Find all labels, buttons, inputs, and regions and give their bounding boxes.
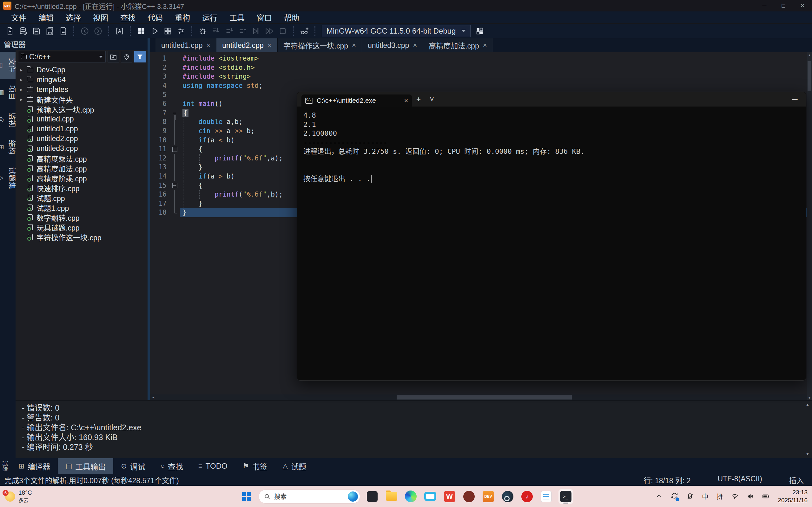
tree-item[interactable]: untitled2.cpp <box>15 134 148 144</box>
fold-gutter[interactable] <box>170 117 180 126</box>
code-line[interactable]: 2#include <stdio.h> <box>150 63 812 72</box>
taskbar-icon-terminal[interactable]: >_ <box>558 489 573 504</box>
tree-item[interactable]: ▸Dev-Cpp <box>15 65 148 75</box>
console-tab-close-icon[interactable]: × <box>404 97 408 104</box>
tree-item[interactable]: ▸mingw64 <box>15 75 148 84</box>
tree-item[interactable]: 高精度乘法.cpp <box>15 154 148 163</box>
fold-toggle-icon[interactable] <box>170 108 180 118</box>
add-watch-button[interactable] <box>298 25 311 38</box>
menu-item-0[interactable]: 文件 <box>5 11 32 23</box>
hscroll-track[interactable] <box>156 394 806 400</box>
sidebar-tab-项目[interactable]: 项目▤ <box>0 79 15 106</box>
ime-lang-indicator[interactable]: 中 <box>702 492 708 501</box>
fold-toggle-icon[interactable] <box>170 181 180 190</box>
tab-close-icon[interactable]: × <box>352 41 356 50</box>
fold-gutter[interactable] <box>170 154 180 163</box>
battery-icon[interactable] <box>762 493 769 500</box>
console-new-tab-button[interactable]: + <box>412 92 425 107</box>
fold-toggle-icon[interactable] <box>170 145 180 154</box>
scroll-down-icon[interactable]: ▼ <box>807 395 812 400</box>
close-file-button[interactable] <box>56 25 70 38</box>
taskbar-icon-app-maroon[interactable] <box>462 489 476 504</box>
back-button[interactable] <box>78 25 91 38</box>
locate-file-button[interactable] <box>121 51 132 62</box>
bottom-tab-调试[interactable]: ⊙调试 <box>113 458 153 474</box>
fold-gutter[interactable] <box>170 135 180 145</box>
tab-close-icon[interactable]: × <box>483 41 487 50</box>
compile-button[interactable] <box>135 25 148 38</box>
reformat-button[interactable] <box>113 25 126 38</box>
stop-button[interactable] <box>276 25 289 38</box>
fold-gutter[interactable] <box>170 199 180 208</box>
taskbar-icon-wps[interactable]: W <box>442 489 457 504</box>
tab-close-icon[interactable]: × <box>413 41 417 50</box>
menu-item-2[interactable]: 选择 <box>60 11 87 23</box>
fold-gutter[interactable] <box>170 163 180 172</box>
taskbar-icon-bilibili[interactable] <box>423 489 438 504</box>
taskbar-clock[interactable]: 23:13 2025/11/16 <box>778 489 808 504</box>
tree-item[interactable]: untitled1.cpp <box>15 124 148 134</box>
menu-item-9[interactable]: 窗口 <box>251 11 278 23</box>
sidebar-tab-监视[interactable]: 监视◎ <box>0 106 15 133</box>
tree-item[interactable]: 玩具谜题.cpp <box>15 222 148 232</box>
taskbar-icon-redpanda-dev[interactable]: DEV <box>481 489 496 504</box>
open-file-button[interactable] <box>16 25 30 38</box>
console-tab[interactable]: C:\ C:\c++\untitled2.exe × <box>301 95 412 107</box>
editor-horizontal-scrollbar[interactable]: ◂ ▸ <box>150 394 812 400</box>
bottom-tab-TODO[interactable]: ≡TODO <box>191 458 235 474</box>
mouse-disabled-icon[interactable] <box>687 493 694 500</box>
output-scrollbar[interactable]: ▲ ▼ <box>803 400 812 458</box>
menu-item-7[interactable]: 运行 <box>196 11 223 23</box>
scroll-up-icon[interactable]: ▲ <box>807 52 812 57</box>
taskbar-search[interactable]: 搜索 <box>259 490 360 504</box>
step-out-button[interactable] <box>236 25 249 38</box>
menu-item-4[interactable]: 查找 <box>114 11 142 23</box>
panel-splitter[interactable] <box>148 38 150 400</box>
tree-item[interactable]: 数字翻转.cpp <box>15 213 148 222</box>
taskbar-icon-app-dark[interactable] <box>365 489 379 504</box>
wifi-icon[interactable] <box>731 493 739 500</box>
step-into-button[interactable] <box>223 25 236 38</box>
tree-item[interactable]: untitled3.cpp <box>15 144 148 154</box>
code-line[interactable]: 4using namespace std; <box>150 81 812 90</box>
view-layout-button[interactable] <box>473 25 487 38</box>
tree-item[interactable]: 试题1.cpp <box>15 203 148 213</box>
console-minimize-button[interactable]: ─ <box>784 92 806 107</box>
console-window[interactable]: C:\ C:\c++\untitled2.exe × + ˅ ─ 4.82.12… <box>297 92 806 381</box>
fold-gutter[interactable] <box>170 172 180 181</box>
tab-close-icon[interactable]: × <box>267 41 272 50</box>
taskbar-icon-steam[interactable] <box>500 489 515 504</box>
forward-button[interactable] <box>91 25 105 38</box>
compile-run-button[interactable] <box>161 25 174 38</box>
step-over-button[interactable] <box>209 25 223 38</box>
menu-item-10[interactable]: 帮助 <box>278 11 305 23</box>
sync-icon[interactable] <box>671 492 678 501</box>
save-button[interactable] <box>30 25 43 38</box>
filter-files-button[interactable] <box>134 51 146 62</box>
maximize-button[interactable]: □ <box>774 0 793 11</box>
compiler-options-button[interactable] <box>174 25 188 38</box>
new-file-button[interactable] <box>3 25 16 38</box>
taskbar-icon-edge[interactable] <box>404 489 418 504</box>
menu-item-8[interactable]: 工具 <box>223 11 251 23</box>
scroll-left-icon[interactable]: ◂ <box>150 394 156 400</box>
bottom-tab-编译器[interactable]: ⊞编译器 <box>11 458 58 474</box>
tree-item[interactable]: untitled.cpp <box>15 114 148 124</box>
tree-item[interactable]: 预输入这一块.cpp <box>15 104 148 114</box>
fold-gutter[interactable] <box>170 190 180 199</box>
menu-item-6[interactable]: 重构 <box>169 11 196 23</box>
new-folder-button[interactable] <box>108 51 119 62</box>
tree-item[interactable]: 快速排序.cpp <box>15 183 148 193</box>
fold-gutter[interactable] <box>170 126 180 136</box>
taskbar-icon-docs[interactable] <box>539 489 554 504</box>
close-button[interactable]: ✕ <box>793 0 812 11</box>
tree-item[interactable]: ▸templates <box>15 84 148 95</box>
editor-tab[interactable]: 字符操作这一块.cpp× <box>277 38 362 52</box>
volume-icon[interactable] <box>747 493 754 500</box>
console-tab-dropdown-icon[interactable]: ˅ <box>425 92 439 107</box>
editor-tab[interactable]: untitled3.cpp× <box>362 38 423 52</box>
hscroll-thumb[interactable] <box>397 395 572 399</box>
scroll-up-icon[interactable]: ▲ <box>806 402 809 407</box>
code-line[interactable]: 3#include <string> <box>150 72 812 81</box>
console-output[interactable]: 4.82.12.100000--------------------进程退出，总… <box>297 107 806 188</box>
